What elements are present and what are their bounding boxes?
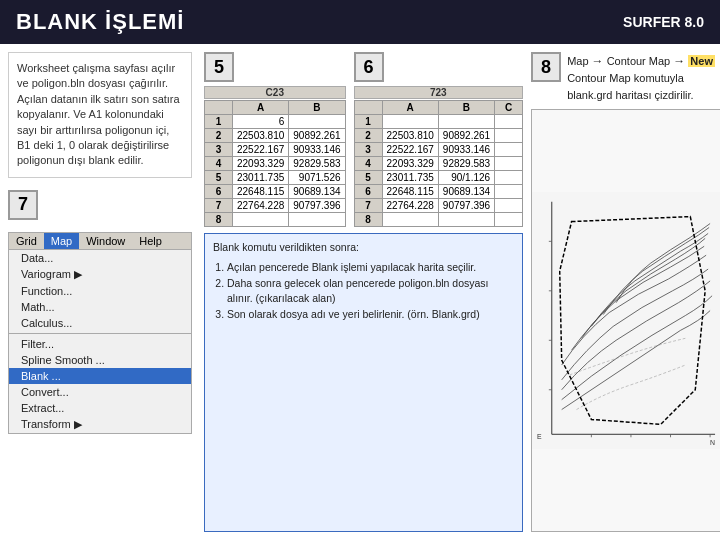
menu-grid[interactable]: Grid (9, 233, 44, 249)
steps-row-top: 5 C23 A B 16222503.81090892.261322522.16 (204, 52, 523, 227)
table-row: 222503.81090892.261 (205, 129, 346, 143)
step7-instructions: Blank komutu verildikten sonra: Açılan p… (204, 233, 523, 532)
menu-item-filter[interactable]: Filter... (9, 336, 191, 352)
table6-col-idx (354, 101, 382, 115)
table-row: 622648.11590689.134 (205, 185, 346, 199)
table-row: 222503.81090892.261 (354, 129, 523, 143)
left-column: Worksheet çalışma sayfası açılır ve poli… (0, 44, 200, 540)
table-row: 8 (205, 213, 346, 227)
menu-panel: Grid Map Window Help Data... Variogram ▶… (8, 232, 192, 434)
table5-col-a: A (233, 101, 289, 115)
table-row: 1 (354, 115, 523, 129)
step7-list-item: Son olarak dosya adı ve yeri belirlenir.… (227, 307, 514, 323)
menu-separator (9, 333, 191, 334)
arrow1-icon: → (592, 54, 604, 68)
table-row: 8 (354, 213, 523, 227)
table5-wrapper: C23 A B 16222503.81090892.261322522.1679… (204, 86, 346, 227)
contour-map-area: E N (531, 109, 720, 532)
step6-block: 6 723 A B C 1222503.8109 (354, 52, 524, 227)
step8-area: 8 Map → Contour Map → New Contour Map ko… (531, 52, 720, 103)
menu-item-convert[interactable]: Convert... (9, 384, 191, 400)
svg-text:N: N (710, 439, 715, 446)
table-row: 523011.7359071.526 (205, 171, 346, 185)
middle-column: 5 C23 A B 16222503.81090892.261322522.16 (200, 44, 527, 540)
table-row: 16 (205, 115, 346, 129)
menu-item-math[interactable]: Math... (9, 299, 191, 315)
menu-item-variogram[interactable]: Variogram ▶ (9, 266, 191, 283)
table-row: 322522.16790933.146 (354, 143, 523, 157)
menu-bar: Grid Map Window Help (9, 233, 191, 250)
menu-item-transform[interactable]: Transform ▶ (9, 416, 191, 433)
menu-item-extract[interactable]: Extract... (9, 400, 191, 416)
table6-ref: 723 (354, 86, 524, 99)
menu-items-list: Data... Variogram ▶ Function... Math... … (9, 250, 191, 433)
table6-col-b: B (438, 101, 494, 115)
table-row: 422093.32992829.583 (205, 157, 346, 171)
step7-badge: 7 (8, 190, 38, 220)
step5-badge: 5 (204, 52, 234, 82)
page-title: BLANK İŞLEMİ (16, 9, 184, 35)
table5-ref: C23 (204, 86, 346, 99)
svg-text:E: E (537, 433, 542, 440)
step8-badge: 8 (531, 52, 561, 82)
table5-col-b: B (289, 101, 345, 115)
table-row: 523011.73590/1.126 (354, 171, 523, 185)
table-row: 622648.11590689.134 (354, 185, 523, 199)
menu-item-spline[interactable]: Spline Smooth ... (9, 352, 191, 368)
spreadsheet-table5: A B 16222503.81090892.261322522.16790933… (204, 100, 346, 227)
step7-list: Açılan pencerede Blank işlemi yapılacak … (227, 260, 514, 323)
table-row: 322522.16790933.146 (205, 143, 346, 157)
description-box: Worksheet çalışma sayfası açılır ve poli… (8, 52, 192, 178)
new-label: New (688, 55, 715, 67)
right-column: 8 Map → Contour Map → New Contour Map ko… (527, 44, 720, 540)
step5-block: 5 C23 A B 16222503.81090892.261322522.16 (204, 52, 346, 227)
main-content: Worksheet çalışma sayfası açılır ve poli… (0, 44, 720, 540)
menu-item-calculus[interactable]: Calculus... (9, 315, 191, 331)
step7-title: Blank komutu verildikten sonra: (213, 240, 514, 256)
table-row: 722764.22890797.396 (354, 199, 523, 213)
step7-list-item: Daha sonra gelecek olan pencerede poligo… (227, 276, 514, 308)
menu-item-function[interactable]: Function... (9, 283, 191, 299)
table6-col-c: C (495, 101, 523, 115)
table6-col-a: A (382, 101, 438, 115)
spreadsheet-table6: A B C 1222503.81090892.261322522.1679093… (354, 100, 524, 227)
version-label: SURFER 8.0 (623, 14, 704, 30)
table5-col-idx (205, 101, 233, 115)
table-row: 422093.32992829.583 (354, 157, 523, 171)
step6-badge: 6 (354, 52, 384, 82)
step7-area: 7 (8, 190, 192, 220)
menu-window[interactable]: Window (79, 233, 132, 249)
app-header: BLANK İŞLEMİ SURFER 8.0 (0, 0, 720, 44)
table-row: 722764.22890797.396 (205, 199, 346, 213)
contour-map-svg: E N (532, 110, 720, 531)
menu-item-blank[interactable]: Blank ... (9, 368, 191, 384)
table6-wrapper: 723 A B C 1222503.81090892.261322522.167… (354, 86, 524, 227)
step7-list-item: Açılan pencerede Blank işlemi yapılacak … (227, 260, 514, 276)
menu-item-data[interactable]: Data... (9, 250, 191, 266)
menu-help[interactable]: Help (132, 233, 169, 249)
menu-map[interactable]: Map (44, 233, 79, 249)
description-text: Worksheet çalışma sayfası açılır ve poli… (17, 62, 180, 166)
arrow2-icon: → (673, 54, 685, 68)
step8-description: Map → Contour Map → New Contour Map komu… (567, 52, 720, 103)
